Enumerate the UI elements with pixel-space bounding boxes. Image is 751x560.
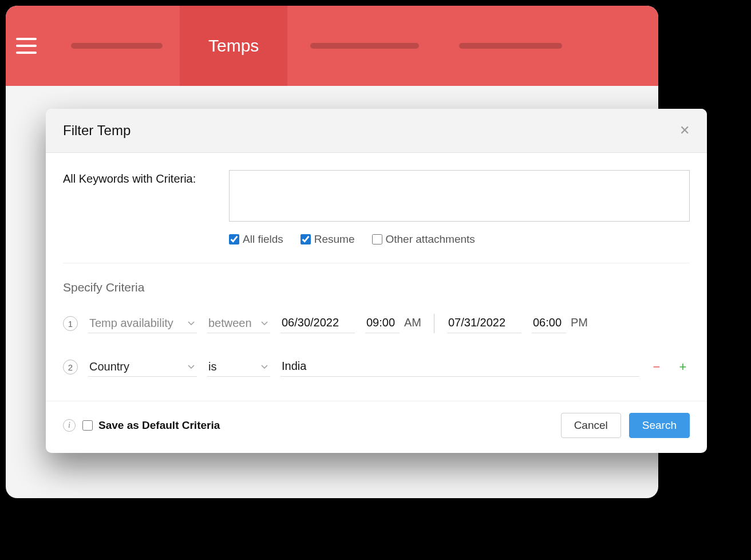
specify-criteria-title: Specify Criteria: [63, 281, 690, 294]
check-all-fields-box[interactable]: [229, 234, 239, 244]
modal-body: All Keywords with Criteria: All fields R…: [46, 153, 707, 377]
modal-footer: i Save as Default Criteria Cancel Search: [46, 401, 707, 453]
filter-modal: Filter Temp ✕ All Keywords with Criteria…: [46, 109, 707, 453]
criteria-1-to-date[interactable]: [447, 314, 521, 333]
add-criteria-icon[interactable]: +: [676, 360, 690, 374]
nav-tab-3[interactable]: [310, 43, 419, 49]
check-resume[interactable]: Resume: [301, 233, 355, 246]
check-other-attachments-label: Other attachments: [386, 233, 475, 246]
criteria-1-field-select[interactable]: Temp availability: [88, 314, 197, 333]
criteria-1-operator-select[interactable]: between: [207, 314, 270, 333]
check-other-attachments[interactable]: Other attachments: [372, 233, 475, 246]
check-all-fields[interactable]: All fields: [229, 233, 283, 246]
active-tab-label: Temps: [208, 36, 259, 56]
close-icon[interactable]: ✕: [679, 123, 690, 138]
save-default-criteria-box[interactable]: [82, 420, 93, 431]
nav-tab-1[interactable]: [71, 43, 163, 49]
active-tab[interactable]: Temps: [180, 6, 287, 86]
criteria-1-to-ampm: PM: [571, 316, 588, 329]
save-default-criteria[interactable]: Save as Default Criteria: [82, 419, 220, 432]
check-other-attachments-box[interactable]: [372, 234, 382, 244]
criteria-row-1: 1 Temp availability between AM PM: [63, 314, 690, 333]
criteria-2-value[interactable]: [280, 357, 639, 377]
criteria-index-1: 1: [63, 316, 78, 331]
criteria-1-to-time[interactable]: [532, 314, 566, 333]
criteria-row-2: 2 Country is − +: [63, 357, 690, 377]
time-separator: [434, 314, 434, 333]
modal-title: Filter Temp: [63, 123, 131, 139]
check-all-fields-label: All fields: [243, 233, 283, 246]
menu-icon[interactable]: [16, 38, 37, 54]
keywords-input[interactable]: [229, 170, 690, 222]
criteria-2-field-select[interactable]: Country: [88, 358, 197, 377]
criteria-2-operator-select[interactable]: is: [207, 358, 270, 377]
info-icon[interactable]: i: [63, 419, 76, 432]
check-resume-box[interactable]: [301, 234, 311, 244]
top-bar: Temps: [6, 6, 658, 86]
criteria-index-2: 2: [63, 360, 78, 374]
save-default-criteria-label: Save as Default Criteria: [98, 419, 220, 432]
nav-tab-4[interactable]: [459, 43, 562, 49]
criteria-1-from-ampm: AM: [404, 316, 421, 329]
divider: [63, 263, 690, 263]
criteria-1-from-date[interactable]: [280, 314, 355, 333]
keywords-label: All Keywords with Criteria:: [63, 170, 212, 246]
check-resume-label: Resume: [314, 233, 355, 246]
remove-criteria-icon[interactable]: −: [650, 360, 663, 374]
criteria-1-from-time[interactable]: [365, 314, 400, 333]
modal-header: Filter Temp ✕: [46, 109, 707, 153]
cancel-button[interactable]: Cancel: [561, 413, 621, 438]
search-button[interactable]: Search: [629, 413, 690, 438]
